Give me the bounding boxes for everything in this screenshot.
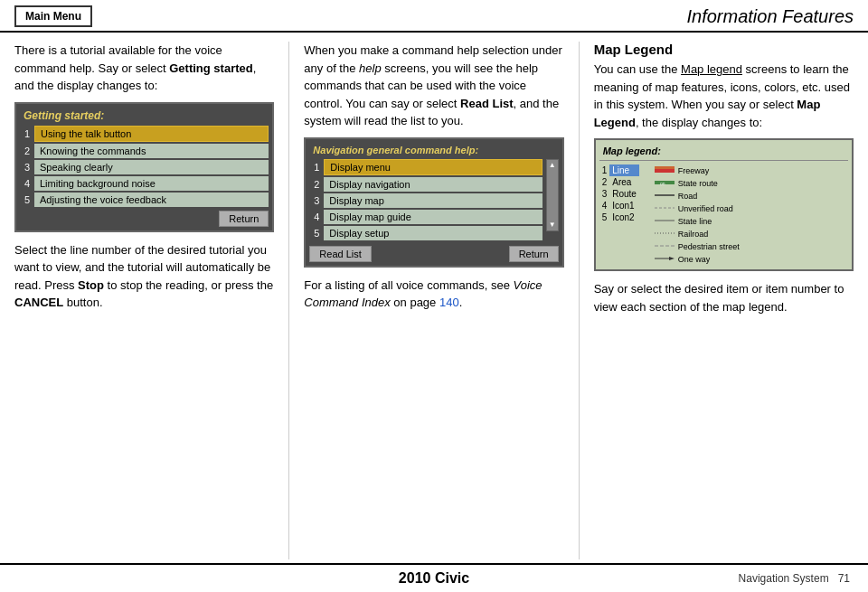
table-row: Pedestrian street [653, 240, 741, 253]
svg-rect-1 [655, 166, 675, 169]
left-body-text: Select the line number of the desired tu… [14, 241, 274, 312]
legend-symbols: Freeway on State route Road Unverifi [649, 164, 848, 266]
return-button[interactable]: Return [509, 246, 559, 262]
svg-text:on: on [660, 181, 665, 186]
table-row: 1 Line [599, 164, 639, 176]
nav-command-screen: Navigation general command help: 1 Displ… [304, 137, 563, 268]
table-row: One way [653, 253, 741, 266]
list-item: 1 Using the talk button [20, 126, 269, 142]
list-item: 1 Display menu [309, 159, 542, 175]
getting-started-screen: Getting started: 1 Using the talk button… [14, 102, 274, 232]
table-row: Freeway [653, 164, 741, 177]
scroll-up-icon: ▲ [549, 162, 556, 169]
map-legend-heading: Map Legend [594, 42, 854, 57]
list-item: 5 Display setup [309, 226, 542, 240]
list-item: 2 Display navigation [309, 177, 542, 192]
table-row: 2 Area [599, 176, 639, 188]
footer: 2010 Civic Navigation System 71 [0, 563, 868, 592]
map-legend-screen-title: Map legend: [599, 144, 848, 161]
left-intro: There is a tutorial available for the vo… [14, 42, 274, 95]
nav-command-list: 1 Display menu 2 Display navigation 3 Di… [309, 159, 542, 242]
table-row: on State route [653, 177, 741, 190]
table-row: 3 Route [599, 188, 639, 200]
list-item: 4 Display map guide [309, 210, 542, 224]
footer-center-text: 2010 Civic [399, 570, 469, 587]
footer-right-text: Navigation System 71 [739, 572, 850, 585]
table-row: Railroad [653, 228, 741, 240]
table-row: Road [653, 190, 741, 202]
table-row: Unverified road [653, 202, 741, 215]
main-menu-button[interactable]: Main Menu [14, 5, 92, 27]
scroll-bar: ▲ ▼ [546, 159, 559, 231]
mid-footer-text: For a listing of all voice commands, see… [304, 277, 563, 312]
legend-list: 1 Line 2 Area 3 Route 4 [599, 164, 649, 266]
right-footer-text: Say or select the desired item or item n… [594, 280, 854, 315]
map-legend-screen: Map legend: 1 Line 2 Area 3 [594, 138, 854, 271]
return-button[interactable]: Return [219, 211, 269, 227]
list-item: 3 Display map [309, 193, 542, 208]
page-title: Information Features [686, 6, 854, 27]
mid-column: When you make a command help selection u… [289, 42, 579, 559]
scroll-down-icon: ▼ [549, 221, 556, 229]
svg-marker-10 [669, 257, 675, 260]
list-item: 3 Speaking clearly [20, 160, 269, 174]
table-row: State line [653, 215, 741, 228]
screen-title: Getting started: [20, 108, 269, 126]
mid-intro: When you make a command help selection u… [304, 42, 563, 130]
right-intro: You can use the Map legend screens to le… [594, 61, 854, 131]
nav-screen-title: Navigation general command help: [309, 143, 558, 159]
getting-started-list: 1 Using the talk button 2 Knowing the co… [20, 126, 269, 207]
left-column: There is a tutorial available for the vo… [0, 42, 289, 559]
table-row: 5 Icon2 [599, 211, 639, 223]
table-row: 4 Icon1 [599, 200, 639, 211]
list-item: 5 Adjusting the voice feedback [20, 193, 269, 207]
list-item: 2 Knowing the commands [20, 144, 269, 158]
list-item: 4 Limiting background noise [20, 176, 269, 191]
read-list-button[interactable]: Read List [309, 246, 371, 262]
svg-rect-0 [655, 169, 675, 173]
right-column: Map Legend You can use the Map legend sc… [580, 42, 868, 559]
